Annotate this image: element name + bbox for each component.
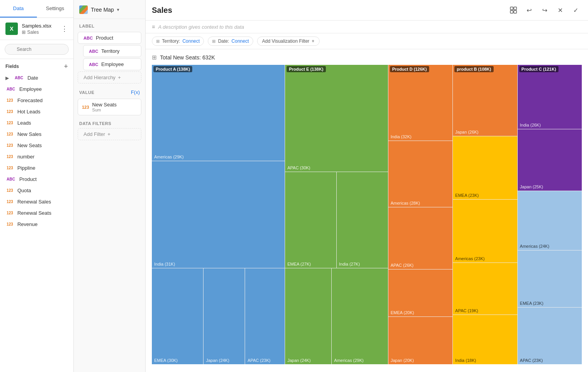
field-type-num: 123	[5, 210, 14, 216]
date-filter[interactable]: ⊞ Date: Connect	[208, 37, 253, 46]
territory-icon: ⊞	[156, 39, 160, 44]
tab-data[interactable]: Data	[0, 0, 37, 17]
value-sub: Sum	[92, 108, 117, 112]
product-a-india[interactable]: India (31K)	[152, 161, 285, 268]
product-e-americas[interactable]: Americas (29K)	[332, 268, 388, 364]
abc-type-icon: ABC	[84, 36, 93, 40]
add-viz-filter-label: Add Visualization Filter	[262, 38, 310, 44]
product-b-india[interactable]: India (18K)	[453, 315, 517, 364]
apac-label: APAC (23K)	[520, 358, 543, 363]
field-name: Pippline	[17, 165, 35, 171]
product-c-emea[interactable]: EMEA (23K)	[518, 250, 582, 307]
table-icon: ⊞	[22, 30, 26, 35]
file-more-button[interactable]: ⋮	[61, 25, 68, 32]
product-a-emea[interactable]: EMEA (30K)	[152, 268, 203, 364]
value-item-details: New Seats Sum	[92, 102, 117, 112]
description-icon: ≡	[152, 24, 155, 30]
chart-type-header[interactable]: Tree Map ▾	[74, 0, 145, 19]
add-hierarchy-label: Add Hierarchy	[84, 75, 115, 80]
japan-label: Japan (25K)	[520, 184, 543, 189]
search-input[interactable]	[5, 44, 69, 55]
field-item-hotleads[interactable]: 123 Hot Leads	[0, 106, 73, 117]
undo-button[interactable]: ↩	[523, 4, 535, 16]
tab-settings[interactable]: Settings	[37, 0, 74, 17]
field-item-employee[interactable]: ABC Employee	[0, 83, 73, 95]
hierarchy-employee[interactable]: ABC Employee	[83, 58, 141, 70]
filters-header: DATA FILTERS	[74, 116, 145, 128]
apac-label: APAC (30K)	[287, 165, 310, 170]
hierarchy-label: Employee	[101, 61, 124, 67]
product-b-emea[interactable]: EMEA (23K)	[453, 136, 517, 199]
product-a-apac[interactable]: APAC (23K)	[245, 268, 285, 364]
product-d-americas[interactable]: Americas (28K)	[388, 141, 452, 207]
field-item-leads[interactable]: 123 Leads	[0, 117, 73, 129]
japan-label: Japan (20K)	[391, 358, 414, 363]
add-hierarchy-button[interactable]: Add Hierarchy +	[78, 71, 141, 83]
product-a-japan[interactable]: Japan (24K)	[204, 268, 245, 364]
filter-bar: ⊞ Territory: Connect ⊞ Date: Connect Add…	[146, 33, 588, 49]
header-actions: ↩ ↪ ✕ ✓	[507, 4, 582, 16]
product-a-americas[interactable]: Product A (138K) Americas (29K)	[152, 65, 285, 161]
field-name: Renewal Seats	[17, 210, 51, 216]
territory-filter[interactable]: ⊞ Territory: Connect	[152, 37, 204, 46]
product-e-india[interactable]: India (27K)	[337, 172, 388, 268]
field-item-date[interactable]: ▶ ABC Date	[0, 72, 73, 83]
product-d-apac[interactable]: APAC (26K)	[388, 207, 452, 269]
field-name: Quota	[17, 188, 31, 193]
expand-icon: ▶	[5, 75, 9, 81]
territory-connect[interactable]: Connect	[183, 38, 200, 44]
product-d-emea[interactable]: EMEA (20K)	[388, 269, 452, 317]
date-connect[interactable]: Connect	[231, 38, 249, 44]
field-item-newsales[interactable]: 123 New Sales	[0, 129, 73, 140]
product-b-apac[interactable]: APAC (19K)	[453, 263, 517, 315]
product-b-americas[interactable]: Americas (23K)	[453, 200, 517, 262]
product-c-americas[interactable]: Americas (24K)	[518, 191, 582, 250]
label-section-header: LABEL	[74, 19, 145, 31]
field-name: New Sales	[17, 131, 42, 137]
field-name: Leads	[17, 120, 31, 126]
add-filter-button[interactable]: Add Filter +	[78, 128, 141, 140]
add-field-button[interactable]: +	[64, 63, 68, 70]
check-button[interactable]: ✓	[569, 4, 582, 16]
product-c-india[interactable]: Product C (121K) India (26K)	[518, 65, 582, 129]
fx-button[interactable]: F(x)	[131, 89, 140, 95]
field-item-revenue[interactable]: 123 Revenue	[0, 219, 73, 230]
field-name: number	[17, 154, 35, 160]
plus-icon: +	[118, 75, 121, 80]
redo-button[interactable]: ↪	[538, 4, 551, 16]
value-newseats-item[interactable]: 123 New Seats Sum	[78, 99, 141, 115]
add-viz-filter-button[interactable]: Add Visualization Filter +	[257, 37, 320, 46]
field-item-number[interactable]: 123 number	[0, 151, 73, 162]
field-type-abc: ABC	[14, 75, 24, 80]
india-label: India (31K)	[154, 262, 175, 266]
field-item-product[interactable]: ABC Product	[0, 174, 73, 185]
field-type-num: 123	[5, 222, 14, 227]
treemap: Product A (138K) Americas (29K) India (3…	[152, 65, 582, 364]
field-item-renewalseats[interactable]: 123 Renewal Seats	[0, 207, 73, 219]
product-a-badge: Product A (138K)	[153, 66, 192, 72]
grid-view-button[interactable]	[507, 4, 520, 16]
product-e-apac[interactable]: Product E (138K) APAC (30K)	[285, 65, 388, 172]
field-type-num: 123	[5, 154, 14, 159]
product-e-japan[interactable]: Japan (24K)	[285, 268, 331, 364]
japan-label: Japan (26K)	[455, 130, 478, 134]
product-b-japan[interactable]: product B (108K) Japan (26K)	[453, 65, 517, 136]
abc-type-icon: ABC	[89, 49, 98, 54]
add-filter-label: Add Filter	[84, 131, 105, 137]
product-e-emea[interactable]: EMEA (27K)	[285, 172, 336, 268]
product-c-apac[interactable]: APAC (23K)	[518, 308, 582, 364]
field-item-renewalsales[interactable]: 123 Renewal Sales	[0, 196, 73, 207]
americas-label: Americas (23K)	[455, 256, 485, 261]
hierarchy-product[interactable]: ABC Product	[78, 32, 141, 44]
product-d-japan[interactable]: Japan (20K)	[388, 317, 452, 364]
field-item-pipeline[interactable]: 123 Pippline	[0, 162, 73, 174]
hierarchy-territory[interactable]: ABC Territory	[83, 45, 141, 57]
apac-label: APAC (19K)	[455, 308, 478, 313]
field-item-quota[interactable]: 123 Quota	[0, 185, 73, 196]
close-button[interactable]: ✕	[554, 4, 566, 16]
field-name: Revenue	[17, 221, 38, 227]
field-item-newseats[interactable]: 123 New Seats	[0, 140, 73, 151]
field-item-forecasted[interactable]: 123 Forecasted	[0, 95, 73, 106]
product-c-japan[interactable]: Japan (25K)	[518, 129, 582, 191]
product-d-india[interactable]: Product D (126K) India (32K)	[388, 65, 452, 141]
